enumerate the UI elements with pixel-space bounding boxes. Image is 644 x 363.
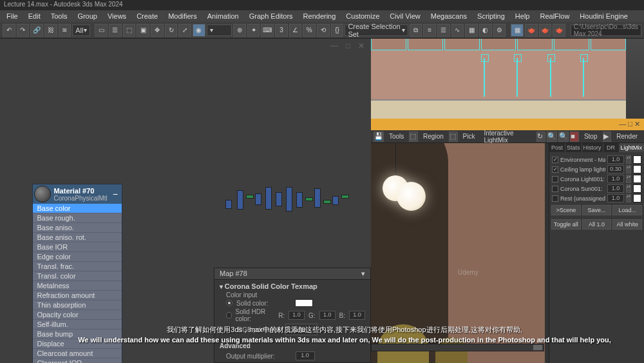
bind-icon[interactable]: ≋ [59,24,71,37]
tab-lightmix[interactable]: LightMix [620,143,645,152]
teapot-icon[interactable]: 🫖 [525,24,538,37]
region-icon[interactable]: ⬚ [409,132,418,142]
render-setup-icon[interactable]: ⚙ [493,24,506,37]
lightmix-color[interactable] [633,194,641,202]
curve-editor-icon[interactable]: ∿ [451,24,464,37]
minimize-icon[interactable]: — [330,41,338,50]
lightmix-checkbox[interactable] [552,195,558,202]
select-name-icon[interactable]: ☰ [109,24,122,37]
save-button[interactable]: Save... [582,205,612,215]
teapot2-icon[interactable]: 🫖 [539,24,552,37]
menu-group[interactable]: Group [72,11,102,21]
viewport-3d[interactable] [371,39,644,119]
refcoord-dropdown[interactable]: ▾ [207,25,232,36]
lightmix-color[interactable] [633,175,641,183]
menu-civilview[interactable]: Civil View [384,11,425,21]
tab-history[interactable]: History [582,143,603,152]
lightmix-checkbox[interactable]: ✓ [552,166,558,173]
menu-views[interactable]: Views [102,11,131,21]
render-icon[interactable]: ▶ [603,132,612,142]
tab-dr[interactable]: DR [603,143,620,152]
slate-material-view[interactable]: Material #70 CoronaPhysicalMtl − Base co… [0,64,371,284]
stop-button[interactable]: Stop [580,132,601,141]
layers-icon[interactable]: ☰ [437,24,450,37]
r-input[interactable]: 1.0 [289,311,305,320]
pivot-icon[interactable]: ⊕ [233,24,246,37]
material-param[interactable]: Opacity color [33,310,122,320]
lightmix-button[interactable]: Interactive LightMix [480,129,534,144]
select-icon[interactable]: ▭ [95,24,108,37]
lightmix-color[interactable] [633,184,641,193]
menu-houdini[interactable]: Houdini Engine [574,11,633,21]
lightmix-value[interactable]: 0.30 [607,165,624,173]
selection-set-dropdown[interactable]: Create Selection Set ▾ [345,25,408,36]
menu-tools[interactable]: Tools [46,11,73,21]
texmap-header[interactable]: ▾ Corona Solid Color Texmap [220,281,365,291]
schematic-icon[interactable]: ▦ [465,24,478,37]
menu-create[interactable]: Create [131,11,163,21]
all-1-button[interactable]: All 1.0 [582,219,612,230]
color-swatch[interactable] [295,299,313,307]
lightmix-color[interactable] [633,165,641,173]
scene-button[interactable]: >Scene [551,205,581,215]
save-icon[interactable]: 💾 [374,132,384,142]
material-param[interactable]: Thin absorption [33,300,122,310]
material-param[interactable]: Base IOR [33,242,122,252]
menu-help[interactable]: Help [510,11,535,21]
material-param[interactable]: Metalness [33,281,122,291]
keyboard-icon[interactable]: ⌨ [261,24,274,37]
menu-edit[interactable]: Edit [23,11,46,21]
menu-customize[interactable]: Customize [341,11,384,21]
scale-icon[interactable]: ⤢ [178,24,191,37]
material-param[interactable]: Transl. frac. [33,262,122,271]
lightmix-value[interactable]: 1.0 [607,175,624,183]
material-editor-icon[interactable]: ◐ [479,24,492,37]
material-param[interactable]: Base rough. [33,213,122,223]
toggle-all-button[interactable]: Toggle all [551,219,581,230]
menu-animation[interactable]: Animation [202,11,244,21]
solid-color-radio[interactable] [226,300,232,306]
tab-post[interactable]: Post [549,143,565,152]
material-param[interactable]: Base color [33,204,122,213]
hdr-color-radio[interactable] [226,312,232,319]
pick-icon[interactable]: ⬚ [449,132,458,142]
align-icon[interactable]: ≡ [423,24,436,37]
move-icon[interactable]: ✥ [151,24,164,37]
project-path[interactable]: C:\Users\pc\Do...s\3ds Max 2024 [571,25,641,36]
manip-icon[interactable]: ✦ [247,24,260,37]
lightmix-checkbox[interactable]: ✓ [552,157,558,163]
render-button[interactable]: Render [612,132,641,141]
rotate-icon[interactable]: ↻ [165,24,178,37]
render-frame-icon[interactable]: ▦ [511,24,524,37]
region-button[interactable]: Region [419,132,448,141]
percent-snap-icon[interactable]: % [303,24,316,37]
h-scrollbar[interactable] [371,344,544,351]
spinner-icon[interactable]: ▴▾ [626,175,631,183]
spinner-icon[interactable]: ▴▾ [626,165,631,173]
load-button[interactable]: Load... [612,205,642,215]
teapot3-icon[interactable]: 🫖 [553,24,565,37]
material-param[interactable]: Refraction amount [33,291,122,300]
angle-snap-icon[interactable]: ∠ [289,24,302,37]
lightmix-value[interactable]: 1.0 [607,184,624,193]
spinner-icon[interactable]: ▴▾ [626,194,631,202]
refresh-icon[interactable]: ↻ [536,132,545,142]
rect-select-icon[interactable]: ⬚ [123,24,136,37]
g-input[interactable]: 1.0 [319,311,336,320]
zoom-icon[interactable]: 🔍 [547,132,557,142]
lightmix-checkbox[interactable] [552,186,558,192]
menu-modifiers[interactable]: Modifiers [163,11,202,21]
snap3-icon[interactable]: 3 [275,24,288,37]
b-input[interactable]: 1.0 [349,311,365,320]
menu-rendering[interactable]: Rendering [298,11,341,21]
place-icon[interactable]: ◉ [193,24,205,37]
undo-icon[interactable]: ↶ [3,24,15,37]
mirror-icon[interactable]: ⧉ [410,24,422,37]
lightmix-value[interactable]: 1.0 [607,194,624,202]
material-param[interactable]: Clearcoat IOR [33,358,122,363]
material-param[interactable]: Base aniso. rot. [33,233,122,242]
stop-icon[interactable]: ■ [570,132,579,142]
pick-button[interactable]: Pick [459,132,479,141]
window-cross-icon[interactable]: ▣ [137,24,149,37]
menu-scripting[interactable]: Scripting [472,11,510,21]
